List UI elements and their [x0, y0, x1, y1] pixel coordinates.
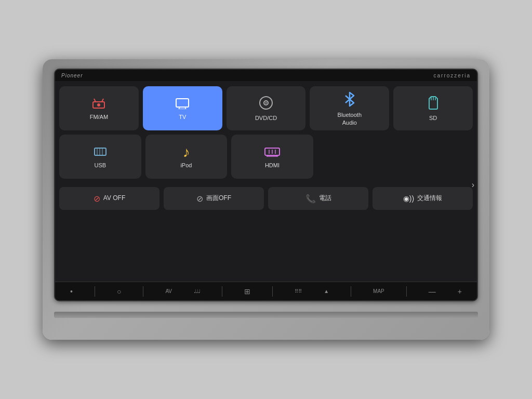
divider-3 — [222, 286, 222, 297]
screen-off-label: 画面OFF — [206, 194, 231, 203]
dvd-cd-label: DVD/CD — [255, 114, 277, 122]
divider-5 — [351, 286, 351, 297]
screen-bezel: Pioneer carrozzeria › — [54, 69, 478, 301]
bluetooth-icon — [343, 91, 356, 109]
traffic-button[interactable]: ◉)) 交通情報 — [373, 187, 473, 210]
fm-am-label: FM/AM — [90, 113, 108, 121]
next-page-arrow[interactable]: › — [472, 180, 474, 190]
av-off-icon: ⊘ — [94, 194, 100, 204]
tv-icon — [175, 97, 190, 111]
bluetooth-audio-label: Bluetooth Audio — [338, 111, 362, 126]
av-off-label: AV OFF — [103, 194, 125, 203]
phone-button[interactable]: 📞 電話 — [268, 187, 368, 210]
ctrl-dots[interactable]: ⠿⠿ — [295, 288, 302, 294]
svg-rect-4 — [176, 99, 189, 107]
ipod-button[interactable]: ♪ iPod — [145, 135, 228, 179]
tv-label: TV — [179, 113, 186, 121]
ctrl-dot[interactable]: • — [70, 287, 73, 296]
av-off-button[interactable]: ⊘ AV OFF — [59, 187, 159, 210]
dvd-cd-icon — [259, 96, 273, 112]
dvd-cd-button[interactable]: DVD/CD — [227, 86, 306, 130]
ctrl-plus[interactable]: + — [458, 287, 462, 296]
ctrl-minus[interactable]: — — [429, 287, 436, 296]
car-unit: Pioneer carrozzeria › — [43, 59, 489, 340]
ctrl-circle[interactable]: ○ — [117, 287, 121, 296]
divider-2 — [143, 286, 143, 297]
sd-label: SD — [429, 114, 437, 122]
ipod-label: iPod — [180, 162, 192, 169]
sd-button[interactable]: SD — [393, 86, 473, 130]
tv-button[interactable]: TV — [143, 86, 222, 130]
fm-am-icon — [91, 97, 107, 111]
carrozzeria-brand: carrozzeria — [434, 73, 471, 78]
traffic-icon: ◉)) — [403, 194, 414, 203]
phone-icon: 📞 — [305, 194, 316, 204]
usb-icon — [92, 145, 108, 159]
ctrl-grid[interactable]: ⊞ — [244, 287, 250, 296]
hdmi-label: HDMI — [265, 162, 280, 169]
ctrl-map[interactable]: MAP — [373, 288, 384, 294]
grid-row-2: USB ♪ iPod — [59, 135, 473, 179]
brand-bar: Pioneer carrozzeria — [55, 70, 477, 81]
grid-row-1: FM/AM TV — [59, 86, 473, 130]
svg-point-10 — [265, 102, 267, 104]
svg-rect-14 — [95, 148, 106, 155]
sd-icon — [427, 96, 440, 112]
screen-off-button[interactable]: ⊘ 画面OFF — [164, 187, 264, 210]
pioneer-brand: Pioneer — [61, 73, 83, 78]
dashboard-trim — [54, 312, 478, 318]
bottom-panel — [54, 304, 478, 325]
divider-1 — [95, 286, 95, 297]
ctrl-music[interactable]: ♩♩♩ — [194, 288, 200, 294]
app-grid: FM/AM TV — [59, 86, 473, 296]
divider-4 — [272, 286, 273, 297]
hdmi-icon — [264, 145, 281, 159]
action-row: ⊘ AV OFF ⊘ 画面OFF 📞 電話 ◉)) 交通情報 — [59, 187, 473, 210]
svg-point-3 — [97, 103, 100, 107]
screen-off-icon: ⊘ — [196, 194, 203, 204]
usb-button[interactable]: USB — [59, 135, 141, 179]
fm-am-button[interactable]: FM/AM — [59, 86, 139, 130]
screen-content: FM/AM TV — [55, 81, 477, 300]
phone-label: 電話 — [319, 194, 331, 203]
divider-6 — [406, 286, 407, 297]
usb-label: USB — [94, 162, 106, 169]
ctrl-av[interactable]: AV — [165, 288, 172, 294]
hdmi-button[interactable]: HDMI — [231, 135, 313, 179]
ctrl-triangle[interactable]: ▲ — [324, 288, 329, 294]
traffic-label: 交通情報 — [417, 194, 442, 203]
bluetooth-audio-button[interactable]: Bluetooth Audio — [310, 86, 389, 130]
ipod-icon: ♪ — [182, 145, 190, 159]
control-bar: • ○ AV ♩♩♩ ⊞ ⠿⠿ ▲ MAP — + — [55, 282, 477, 300]
